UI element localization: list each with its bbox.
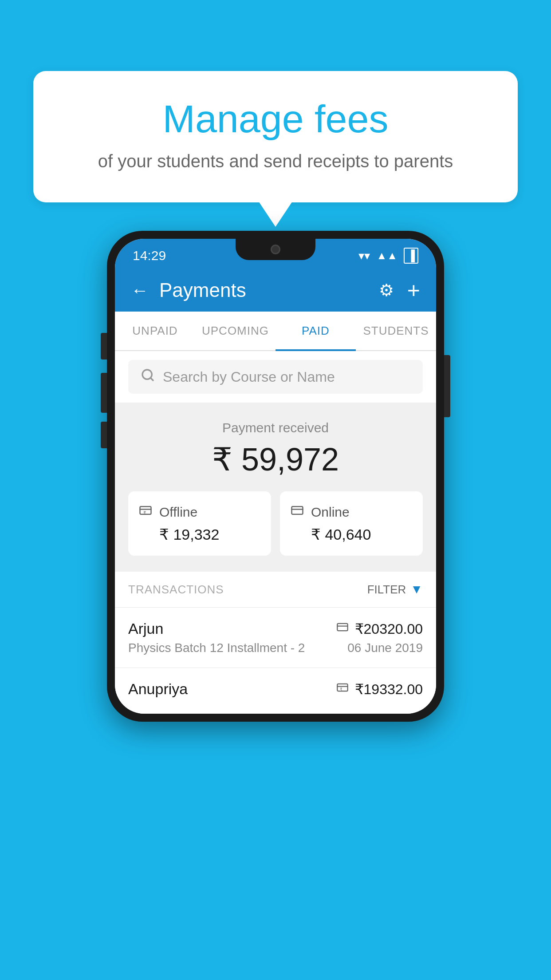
svg-text:₹: ₹	[340, 687, 342, 692]
total-payment-amount: ₹ 59,972	[128, 441, 423, 478]
settings-icon[interactable]: ⚙	[379, 281, 394, 300]
signal-icon: ▲▲	[376, 249, 398, 262]
online-amount: ₹ 40,640	[311, 526, 412, 543]
transaction-amount-anupriya-wrapper: ₹ ₹19332.00	[336, 681, 423, 698]
transactions-label: TRANSACTIONS	[128, 583, 224, 597]
online-label: Online	[311, 505, 350, 520]
transaction-top-arjun: Arjun ₹20320.00	[128, 620, 423, 637]
status-icons: ▾▾ ▲▲ ▐	[358, 248, 418, 264]
transaction-amount-arjun: ₹20320.00	[355, 620, 423, 637]
filter-icon: ▼	[410, 582, 423, 597]
status-time: 14:29	[133, 248, 166, 263]
app-bar-icons: ⚙ +	[379, 277, 420, 303]
offline-payment-icon: ₹	[139, 504, 152, 520]
transaction-amount-anupriya: ₹19332.00	[355, 681, 423, 698]
back-button[interactable]: ←	[131, 281, 149, 300]
offline-payment-card: ₹ Offline ₹ 19,332	[128, 491, 271, 556]
phone-screen: 14:29 ▾▾ ▲▲ ▐ ← Payments ⚙ +	[115, 239, 436, 714]
bubble-subtitle: of your students and send receipts to pa…	[69, 151, 482, 171]
battery-icon: ▐	[404, 248, 418, 264]
search-input-placeholder: Search by Course or Name	[163, 369, 335, 385]
transaction-name-anupriya: Anupriya	[128, 680, 188, 698]
phone-mockup: 14:29 ▾▾ ▲▲ ▐ ← Payments ⚙ +	[107, 231, 444, 722]
transaction-row-anupriya[interactable]: Anupriya ₹ ₹19332.00	[115, 668, 436, 714]
filter-button[interactable]: FILTER ▼	[367, 582, 423, 597]
add-icon[interactable]: +	[407, 277, 420, 303]
tab-bar: UNPAID UPCOMING PAID STUDENTS	[115, 312, 436, 351]
phone-notch	[236, 239, 315, 260]
offline-payment-type-icon: ₹	[336, 681, 349, 697]
bubble-title: Manage fees	[69, 98, 482, 141]
tab-students[interactable]: STUDENTS	[356, 312, 436, 350]
transaction-amount-arjun-wrapper: ₹20320.00	[336, 620, 423, 637]
transaction-course-arjun: Physics Batch 12 Installment - 2	[128, 641, 305, 655]
transaction-bottom-arjun: Physics Batch 12 Installment - 2 06 June…	[128, 641, 423, 655]
transaction-row-arjun[interactable]: Arjun ₹20320.00 Physics	[115, 607, 436, 668]
svg-text:₹: ₹	[143, 510, 146, 515]
offline-label: Offline	[159, 505, 197, 520]
search-icon	[141, 368, 155, 386]
tab-upcoming[interactable]: UPCOMING	[195, 312, 276, 350]
tab-paid[interactable]: PAID	[276, 312, 356, 350]
payment-breakdown-cards: ₹ Offline ₹ 19,332	[128, 491, 423, 556]
camera	[271, 245, 280, 254]
transaction-top-anupriya: Anupriya ₹ ₹19332.00	[128, 680, 423, 698]
svg-line-1	[150, 378, 153, 380]
payment-received-label: Payment received	[128, 420, 423, 435]
phone-outer: 14:29 ▾▾ ▲▲ ▐ ← Payments ⚙ +	[107, 231, 444, 722]
search-container: Search by Course or Name	[115, 351, 436, 403]
search-box[interactable]: Search by Course or Name	[128, 360, 423, 394]
app-bar-title: Payments	[159, 279, 368, 301]
payment-summary: Payment received ₹ 59,972	[115, 403, 436, 572]
online-card-header: Online	[291, 504, 412, 520]
tab-unpaid[interactable]: UNPAID	[115, 312, 195, 350]
filter-label: FILTER	[367, 583, 406, 597]
online-payment-card: Online ₹ 40,640	[280, 491, 423, 556]
transaction-date-arjun: 06 June 2019	[347, 641, 423, 655]
online-payment-type-icon	[336, 621, 349, 636]
app-bar: ← Payments ⚙ +	[115, 269, 436, 312]
offline-card-header: ₹ Offline	[139, 504, 260, 520]
svg-rect-5	[337, 624, 347, 631]
feature-bubble-card: Manage fees of your students and send re…	[33, 71, 518, 202]
offline-amount: ₹ 19,332	[159, 526, 260, 543]
svg-rect-4	[292, 506, 303, 514]
online-payment-icon	[291, 504, 304, 520]
wifi-icon: ▾▾	[358, 249, 370, 263]
transactions-header: TRANSACTIONS FILTER ▼	[115, 572, 436, 607]
transaction-name-arjun: Arjun	[128, 620, 163, 637]
